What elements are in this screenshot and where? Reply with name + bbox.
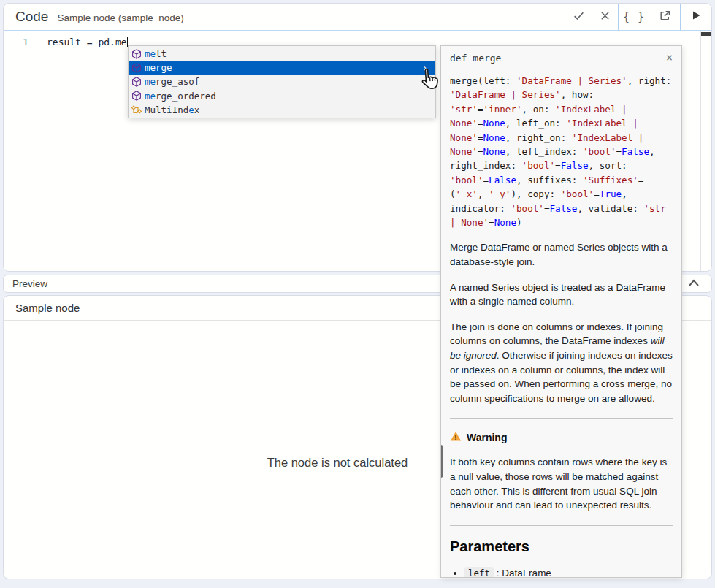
- text-segment: False: [561, 160, 589, 171]
- suggestion-label: merge_ordered: [145, 91, 216, 102]
- doc-paragraph: A named Series object is treated as a Da…: [450, 280, 673, 309]
- suggestion-label: melt: [145, 48, 167, 59]
- class-symbol-icon: [131, 104, 142, 115]
- parameters-list: left : DataFrameright : DataFrame or nam…: [450, 566, 673, 578]
- warning-title: Warning: [467, 432, 507, 443]
- braces-icon: { }: [623, 10, 645, 23]
- text-segment: me: [145, 76, 156, 87]
- text-segment: , suffixes:: [516, 175, 583, 186]
- text-segment: =: [544, 203, 550, 214]
- text-segment: 'inner': [483, 104, 522, 115]
- doc-paragraph: The join is done on columns or indexes. …: [450, 320, 673, 406]
- node-not-calculated-message: The node is not calculated: [267, 456, 408, 470]
- method-symbol-icon: [131, 76, 142, 88]
- mouse-pointer-hand-icon: [418, 66, 440, 93]
- documentation-popup: def merge × merge(left: 'DataFrame | Ser…: [440, 45, 682, 578]
- format-code-button[interactable]: { }: [619, 4, 649, 30]
- text-segment: MultiInd: [145, 104, 188, 115]
- parameter-item-left: left : DataFrame: [464, 566, 673, 578]
- text-segment: rge_asof: [156, 76, 199, 87]
- code-toolbar: { }: [565, 4, 711, 30]
- suggestion-item-MultiIndex[interactable]: MultiIndex: [129, 103, 435, 117]
- open-external-button[interactable]: [649, 4, 680, 30]
- text-segment: , how:: [561, 89, 600, 100]
- code-line[interactable]: result = pd.me: [47, 37, 128, 47]
- text-segment: '_y': [489, 188, 511, 199]
- close-icon: [600, 10, 611, 24]
- function-signature: merge(left: 'DataFrame | Series', right:…: [450, 74, 673, 229]
- check-icon: [573, 9, 585, 25]
- doc-divider: [450, 525, 673, 526]
- method-symbol-icon: [131, 90, 142, 102]
- text-segment: , left_index:: [505, 146, 583, 157]
- text-segment: 'bool': [511, 203, 544, 214]
- doc-divider: [450, 418, 673, 419]
- text-segment: x: [194, 104, 200, 115]
- text-segment: me: [145, 48, 156, 59]
- line-number: 1: [23, 37, 28, 47]
- editor-scrollbar[interactable]: [700, 31, 711, 271]
- text-segment: ,: [478, 188, 489, 199]
- warning-body: If both key columns contain rows where t…: [450, 455, 673, 512]
- suggestion-label: merge_asof: [145, 76, 199, 87]
- suggestion-item-merge_asof[interactable]: merge_asof: [129, 75, 435, 88]
- suggestion-label: merge: [145, 62, 172, 73]
- text-segment: =: [616, 146, 622, 157]
- doc-description: Merge DataFrame or named Series objects …: [450, 240, 673, 405]
- text-segment: e: [188, 104, 194, 115]
- suggestion-label: MultiIndex: [145, 104, 199, 115]
- text-segment: lt: [156, 48, 167, 59]
- text-segment: =: [478, 118, 483, 129]
- suggestion-item-merge[interactable]: merge›: [129, 61, 435, 75]
- text-segment: 'bool': [583, 146, 616, 157]
- text-segment: False: [489, 175, 516, 186]
- text-segment: None: [483, 146, 505, 157]
- text-segment: ), copy:: [511, 188, 560, 199]
- text-segment: merge(left:: [450, 75, 516, 86]
- warning-icon: [450, 431, 462, 444]
- text-segment: False: [622, 146, 649, 157]
- text-segment: 'DataFrame | Series': [516, 75, 627, 86]
- editor-scrollbar-thumb[interactable]: [701, 32, 711, 36]
- page-title: Code: [15, 9, 48, 25]
- code-panel-header: Code Sample node (sample_node) { }: [4, 4, 711, 31]
- text-segment: , on:: [522, 104, 556, 115]
- text-segment: None: [494, 217, 516, 228]
- parameter-name-chip: left: [464, 567, 494, 578]
- text-segment: '_x': [456, 188, 478, 199]
- doc-popup-header: def merge ×: [441, 46, 681, 65]
- text-segment: 'DataFrame | Series': [450, 89, 561, 100]
- text-segment: =: [478, 132, 483, 143]
- text-segment: 'bool': [450, 175, 483, 186]
- open-external-icon: [659, 9, 671, 25]
- text-segment: =: [483, 175, 489, 186]
- discard-button[interactable]: [592, 4, 618, 30]
- doc-close-icon[interactable]: ×: [666, 53, 673, 64]
- app-window: Code Sample node (sample_node) { }: [0, 0, 715, 588]
- suggestion-item-melt[interactable]: melt: [129, 47, 435, 61]
- text-segment: 'bool': [522, 160, 556, 171]
- method-symbol-icon: [131, 62, 142, 74]
- parameter-description: : DataFrame: [494, 568, 551, 578]
- doc-paragraph: Merge DataFrame or named Series objects …: [450, 240, 673, 269]
- suggestion-item-merge_ordered[interactable]: merge_ordered: [129, 89, 435, 103]
- doc-scrollbar-thumb[interactable]: [440, 445, 443, 478]
- method-symbol-icon: [131, 48, 142, 60]
- text-segment: Merge DataFrame or named Series objects …: [450, 242, 668, 267]
- text-segment: =: [478, 146, 483, 157]
- text-segment: 'bool': [561, 188, 594, 199]
- node-subtitle: Sample node (sample_node): [57, 10, 183, 23]
- parameters-heading: Parameters: [450, 538, 673, 555]
- doc-signature-name: def merge: [450, 53, 501, 64]
- text-segment: , left_on:: [505, 118, 566, 129]
- play-icon: [690, 9, 702, 24]
- collapse-preview-button[interactable]: [687, 278, 701, 291]
- text-segment: =: [478, 104, 483, 115]
- text-segment: rge_ordered: [156, 91, 216, 102]
- text-segment: A named Series object is treated as a Da…: [450, 282, 665, 308]
- run-button[interactable]: [681, 4, 711, 30]
- apply-button[interactable]: [565, 4, 592, 30]
- text-segment: 'Suffixes': [583, 175, 638, 186]
- autocomplete-dropdown: meltmerge›merge_asofmerge_orderedMultiIn…: [128, 45, 436, 118]
- text-segment: None: [483, 118, 505, 129]
